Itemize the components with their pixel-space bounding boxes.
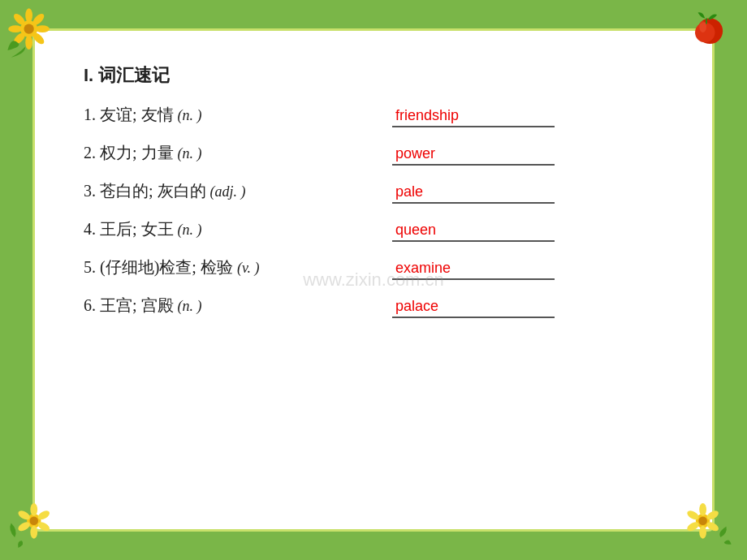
vocab-answer-1: friendship — [392, 107, 555, 127]
vocab-answer-2: power — [392, 145, 555, 166]
svg-point-23 — [698, 517, 707, 526]
svg-point-4 — [36, 25, 50, 32]
vocab-item: 4. 王后; 女王 (n. ) queen — [84, 218, 663, 242]
vocab-chinese-2: 2. 权力; 力量 (n. ) — [84, 142, 392, 164]
vocab-answer-4: queen — [392, 222, 555, 242]
vocab-answer-text-1: friendship — [395, 107, 459, 123]
vocab-answer-3: pale — [392, 183, 555, 204]
svg-point-27 — [699, 526, 706, 539]
vocab-item: 6. 王宫; 宫殿 (n. ) palace — [84, 295, 663, 318]
corner-decoration-bl — [4, 491, 69, 556]
vocab-chinese-3: 3. 苍白的; 灰白的 (adj. ) — [84, 180, 392, 202]
section-title: I. 词汇速记 — [84, 63, 663, 88]
vocab-item: 2. 权力; 力量 (n. ) power — [84, 142, 663, 166]
main-card: www.zixin.com.cn I. 词汇速记 1. 友谊; 友情 (n. )… — [32, 28, 715, 532]
svg-point-8 — [8, 25, 23, 32]
svg-point-12 — [699, 21, 706, 32]
vocab-answer-text-2: power — [395, 145, 435, 162]
svg-point-24 — [699, 503, 706, 516]
vocab-item: 5. (仔细地)检查; 检验 (v. ) examine — [84, 256, 663, 280]
svg-point-2 — [25, 8, 32, 23]
corner-decoration-tl — [4, 4, 69, 69]
vocab-answer-text-4: queen — [395, 222, 436, 238]
svg-point-1 — [24, 24, 34, 34]
vocab-answer-text-6: palace — [395, 298, 438, 314]
vocab-chinese-1: 1. 友谊; 友情 (n. ) — [84, 104, 392, 126]
vocab-chinese-4: 4. 王后; 女王 (n. ) — [84, 218, 392, 240]
vocab-answer-5: examine — [392, 260, 555, 280]
vocab-item: 3. 苍白的; 灰白的 (adj. ) pale — [84, 180, 663, 204]
corner-decoration-tr — [678, 4, 743, 69]
vocab-chinese-5: 5. (仔细地)检查; 检验 (v. ) — [84, 256, 392, 278]
corner-decoration-br — [678, 491, 743, 556]
page-container: www.zixin.com.cn I. 词汇速记 1. 友谊; 友情 (n. )… — [0, 0, 747, 560]
svg-point-15 — [30, 517, 39, 526]
vocab-answer-text-3: pale — [395, 183, 423, 200]
vocab-answer-text-5: examine — [395, 260, 451, 276]
vocab-list: 1. 友谊; 友情 (n. ) friendship 2. 权力; 力量 (n.… — [84, 104, 663, 318]
svg-point-19 — [30, 526, 37, 539]
svg-point-6 — [25, 36, 32, 50]
svg-point-16 — [30, 503, 37, 516]
vocab-answer-6: palace — [392, 298, 555, 318]
vocab-chinese-6: 6. 王宫; 宫殿 (n. ) — [84, 295, 392, 317]
vocab-item: 1. 友谊; 友情 (n. ) friendship — [84, 104, 663, 127]
